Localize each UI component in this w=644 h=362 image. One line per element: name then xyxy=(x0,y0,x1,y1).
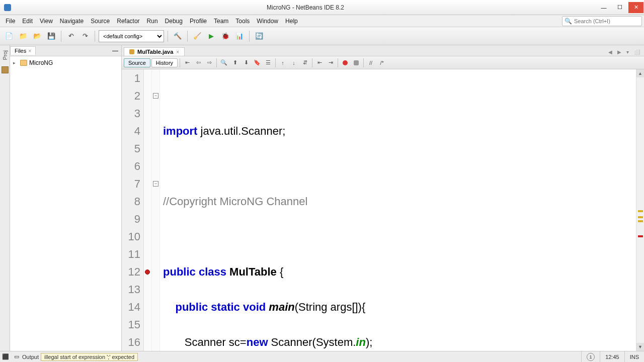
tree-node-label: MicroNG xyxy=(29,59,53,66)
toggle-highlight-icon[interactable]: ☰ xyxy=(263,58,273,68)
menu-file[interactable]: File xyxy=(2,17,19,26)
files-panel: Files × — ▸ MicroNG xyxy=(10,45,122,351)
scroll-up-icon[interactable]: ▲ xyxy=(636,69,644,77)
next-bookmark-icon[interactable]: ⬇ xyxy=(241,58,251,68)
tasks-icon[interactable]: ▭ xyxy=(13,353,20,360)
output-label[interactable]: Output xyxy=(22,354,39,360)
forward-icon[interactable]: ⇨ xyxy=(204,58,214,68)
menu-source[interactable]: Source xyxy=(87,17,113,26)
menu-run[interactable]: Run xyxy=(143,17,162,26)
editor-tab-label: MulTable.java xyxy=(137,49,173,55)
clean-build-button[interactable]: 🧹 xyxy=(191,30,203,42)
search-icon: 🔍 xyxy=(565,18,572,25)
undo-button[interactable]: ↶ xyxy=(65,30,77,42)
prev-error-icon[interactable]: ↑ xyxy=(278,58,288,68)
main-toolbar: 📄 📁 📂 💾 ↶ ↷ <default config> 🔨 🧹 ▶ 🐞 📊 🔄 xyxy=(0,27,644,45)
menu-edit[interactable]: Edit xyxy=(19,17,36,26)
redo-button[interactable]: ↷ xyxy=(79,30,91,42)
toggle-bookmark-icon[interactable]: 🔖 xyxy=(252,58,262,68)
close-files-tab[interactable]: × xyxy=(28,48,31,54)
java-file-icon xyxy=(129,49,134,54)
run-button[interactable]: ▶ xyxy=(205,30,217,42)
menu-view[interactable]: View xyxy=(36,17,56,26)
cursor-position: 12:45 xyxy=(600,351,624,362)
diff-icon[interactable]: ⇵ xyxy=(300,58,310,68)
editor-area: MulTable.java × ◀ ▶ ▾ ⬜ Source History ⇤… xyxy=(122,45,644,351)
editor-tab[interactable]: MulTable.java × xyxy=(124,47,185,56)
warning-mark[interactable] xyxy=(638,220,643,222)
debug-button[interactable]: 🐞 xyxy=(219,30,231,42)
comment-icon[interactable]: // xyxy=(366,58,376,68)
projects-rail[interactable]: Proj xyxy=(1,47,9,63)
uncomment-icon[interactable]: /* xyxy=(377,58,387,68)
last-edit-icon[interactable]: ⇤ xyxy=(182,58,192,68)
build-button[interactable]: 🔨 xyxy=(172,30,184,42)
editor-toolbar: Source History ⇤ ⇦ ⇨ 🔍 ⬆ ⬇ 🔖 ☰ ↑ ↓ ⇵ ⇤ ⇥… xyxy=(122,56,644,69)
find-selection-icon[interactable]: 🔍 xyxy=(219,58,229,68)
minimize-button[interactable]: — xyxy=(596,2,611,13)
menu-tools[interactable]: Tools xyxy=(232,17,253,26)
profile-button[interactable]: 📊 xyxy=(233,30,246,42)
config-select[interactable]: <default config> xyxy=(99,30,164,42)
app-icon xyxy=(4,4,11,11)
macro-record-icon[interactable] xyxy=(340,58,350,68)
error-glyph-icon[interactable] xyxy=(145,269,150,275)
status-message: illegal start of expression ';' expected xyxy=(41,353,138,361)
menu-debug[interactable]: Debug xyxy=(162,17,186,26)
next-error-icon[interactable]: ↓ xyxy=(289,58,299,68)
new-file-button[interactable]: 📄 xyxy=(3,30,15,42)
menu-window[interactable]: Window xyxy=(253,17,282,26)
search-input[interactable] xyxy=(574,18,639,24)
notifications-badge[interactable]: 1 xyxy=(587,353,595,361)
history-mode-button[interactable]: History xyxy=(151,58,178,67)
window-title: MicroNG - NetBeans IDE 8.2 xyxy=(15,4,596,11)
close-button[interactable]: ✕ xyxy=(628,2,643,13)
minimize-panel-button[interactable]: — xyxy=(109,47,121,54)
new-project-button[interactable]: 📁 xyxy=(17,30,29,42)
left-rail: Proj xyxy=(0,45,10,351)
error-stripe[interactable]: ▲ ▼ xyxy=(636,69,644,351)
close-editor-tab[interactable]: × xyxy=(176,49,179,55)
output-icon[interactable]: ⬛ xyxy=(2,353,9,360)
save-all-button[interactable]: 💾 xyxy=(45,30,57,42)
attach-button[interactable]: 🔄 xyxy=(253,30,265,42)
fold-toggle-icon[interactable]: − xyxy=(153,93,158,99)
menu-refactor[interactable]: Refactor xyxy=(113,17,143,26)
open-button[interactable]: 📂 xyxy=(31,30,43,42)
prev-bookmark-icon[interactable]: ⬆ xyxy=(230,58,240,68)
services-icon[interactable] xyxy=(2,66,9,73)
error-mark[interactable] xyxy=(638,235,643,237)
fold-toggle-icon[interactable]: − xyxy=(153,181,158,187)
scroll-down-icon[interactable]: ▼ xyxy=(636,343,644,351)
menu-bar: File Edit View Navigate Source Refactor … xyxy=(0,15,644,27)
shift-left-icon[interactable]: ⇤ xyxy=(314,58,325,68)
annotation-column xyxy=(144,69,152,351)
insert-mode[interactable]: INS xyxy=(624,351,644,362)
tree-node-project[interactable]: ▸ MicroNG xyxy=(12,58,119,67)
source-mode-button[interactable]: Source xyxy=(124,58,150,67)
menu-navigate[interactable]: Navigate xyxy=(56,17,87,26)
line-gutter: 1 2 3 4 5 6 7 8 9 10 11 12 13 14 15 16 xyxy=(122,69,144,351)
shift-right-icon[interactable]: ⇥ xyxy=(326,58,336,68)
menu-team[interactable]: Team xyxy=(210,17,232,26)
code-content[interactable]: import java.util.Scanner; //Copyright Mi… xyxy=(160,69,636,351)
maximize-button[interactable]: ☐ xyxy=(612,2,627,13)
menu-profile[interactable]: Profile xyxy=(186,17,210,26)
prev-tab-button[interactable]: ◀ xyxy=(606,48,614,56)
expand-icon[interactable]: ▸ xyxy=(13,60,18,65)
menu-help[interactable]: Help xyxy=(282,17,301,26)
back-icon[interactable]: ⇦ xyxy=(193,58,203,68)
macro-stop-icon[interactable] xyxy=(351,58,361,68)
title-bar: MicroNG - NetBeans IDE 8.2 — ☐ ✕ xyxy=(0,0,644,15)
next-tab-button[interactable]: ▶ xyxy=(615,48,623,56)
files-tab[interactable]: Files × xyxy=(10,46,36,55)
files-tab-label: Files xyxy=(15,48,26,54)
warning-mark[interactable] xyxy=(638,216,643,218)
quick-search[interactable]: 🔍 xyxy=(562,16,642,26)
warning-mark[interactable] xyxy=(638,210,643,212)
folder-icon xyxy=(20,60,27,66)
code-editor[interactable]: 1 2 3 4 5 6 7 8 9 10 11 12 13 14 15 16 xyxy=(122,69,644,351)
files-tree[interactable]: ▸ MicroNG xyxy=(10,56,121,351)
tab-list-button[interactable]: ▾ xyxy=(624,48,631,56)
maximize-editor-button[interactable]: ⬜ xyxy=(632,48,642,56)
